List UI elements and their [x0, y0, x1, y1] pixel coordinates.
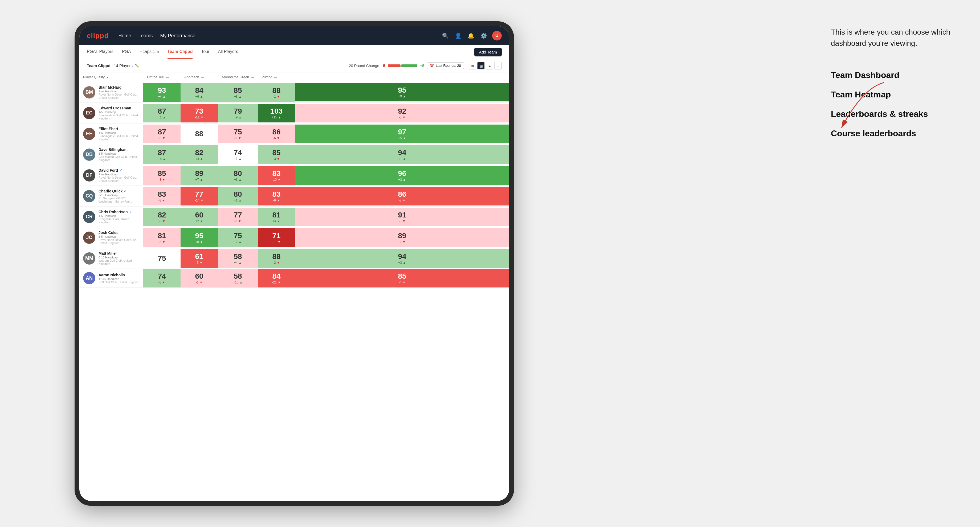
- score-box: 87 +4 ▲: [143, 145, 181, 164]
- score-delta: +9 ▲: [398, 94, 406, 98]
- player-club: Royal North Devon Golf Club, United King…: [99, 238, 140, 244]
- search-icon[interactable]: 🔍: [441, 32, 450, 40]
- score-box: 83 -6 ▼: [258, 187, 295, 205]
- user-icon[interactable]: 👤: [454, 32, 462, 40]
- table-row[interactable]: CQ Charlie Quick ✓ 6-10 Handicap St. Geo…: [80, 186, 509, 206]
- export-button[interactable]: ↓: [494, 62, 502, 70]
- table-container: Player Quality ▾ Off the Tee — Approach …: [80, 72, 509, 501]
- sort-arrow-around: —: [251, 76, 254, 79]
- score-box: 87 +1 ▲: [143, 104, 181, 122]
- table-row[interactable]: CR Chris Robertson ✓ 1-5 Handicap Craigm…: [80, 206, 509, 227]
- player-club: Craigmillar Park, United Kingdom: [99, 217, 140, 224]
- tablet-screen: clippd Home Teams My Performance 🔍 👤 🔔 ⚙…: [80, 26, 509, 501]
- subnav-teamclippd[interactable]: Team Clippd: [167, 45, 193, 59]
- view-icons: ⊞ ▦ ≡ ↓: [469, 62, 502, 70]
- score-number: 58: [234, 272, 242, 281]
- score-number: 89: [398, 232, 406, 240]
- score-number: 75: [234, 232, 242, 240]
- add-team-button[interactable]: Add Team: [474, 48, 502, 56]
- score-box: 83 -3 ▼: [143, 187, 181, 205]
- score-cell: 74 +1 ▲: [218, 144, 258, 165]
- verified-icon: ✓: [129, 210, 132, 214]
- tooltip-text: This is where you can choose which dashb…: [831, 27, 964, 49]
- player-club: Drift Golf Club, United Kingdom: [99, 281, 139, 284]
- sort-arrow-approach: —: [201, 76, 204, 79]
- player-handicap: 1-5 Handicap: [99, 235, 140, 238]
- player-cell: DF David Ford ✓ Plus Handicap Royal Nort…: [80, 165, 143, 186]
- dashboard-option: Team Dashboard: [831, 70, 964, 80]
- score-cell: 87 +1 ▲: [143, 103, 181, 124]
- score-box: 61 -3 ▼: [181, 249, 218, 268]
- table-row[interactable]: EE Elliot Ebert 1-5 Handicap Sunningdale…: [80, 124, 509, 144]
- subnav-hcaps[interactable]: Hcaps 1-5: [140, 45, 159, 59]
- player-name: Josh Coles: [99, 230, 140, 235]
- bell-icon[interactable]: 🔔: [466, 32, 475, 40]
- edit-icon[interactable]: ✏️: [135, 63, 139, 68]
- score-delta: +4 ▲: [234, 261, 242, 265]
- score-number: 86: [398, 190, 406, 198]
- score-cell: 77 -14 ▼: [181, 186, 218, 206]
- last-rounds-button[interactable]: 📅 Last Rounds: 20: [427, 62, 464, 69]
- score-delta: -3 ▼: [234, 136, 241, 140]
- score-number: 81: [158, 232, 166, 240]
- score-box: 93 +4 ▲: [143, 83, 181, 102]
- player-name: Chris Robertson ✓: [99, 210, 140, 214]
- table-row[interactable]: EC Edward Crossman 1-5 Handicap Sunningd…: [80, 103, 509, 124]
- avatar[interactable]: U: [492, 31, 502, 40]
- grid-view-button[interactable]: ⊞: [469, 62, 476, 70]
- subnav-pgat[interactable]: PGAT Players: [87, 45, 113, 59]
- heatmap-view-button[interactable]: ▦: [477, 62, 485, 70]
- calendar-icon: 📅: [430, 63, 434, 68]
- score-number: 83: [158, 190, 166, 198]
- sort-arrow-player: ▾: [107, 76, 108, 79]
- subnav-pga[interactable]: PGA: [122, 45, 131, 59]
- table-row[interactable]: DF David Ford ✓ Plus Handicap Royal Nort…: [80, 165, 509, 186]
- score-cell: 95 +8 ▲: [181, 227, 218, 248]
- subnav-allplayers[interactable]: All Players: [218, 45, 238, 59]
- verified-icon: ✓: [124, 189, 127, 193]
- score-cell: 79 +9 ▲: [218, 103, 258, 124]
- score-number: 94: [398, 252, 406, 261]
- nav-link-teams[interactable]: Teams: [139, 33, 153, 39]
- score-number: 84: [195, 86, 203, 95]
- settings-icon[interactable]: ⚙️: [479, 32, 488, 40]
- col-header-approach: Approach —: [181, 72, 218, 82]
- subnav-tour[interactable]: Tour: [201, 45, 209, 59]
- score-delta: +1 ▲: [234, 157, 242, 161]
- score-box: 75 +2 ▲: [218, 229, 258, 247]
- score-number: 83: [272, 190, 280, 198]
- score-number: 83: [272, 169, 280, 178]
- nav-link-myperformance[interactable]: My Performance: [160, 33, 196, 39]
- player-name: David Ford ✓: [99, 168, 140, 173]
- score-delta: -11 ▼: [272, 240, 281, 244]
- last-rounds-label: Last Rounds: 20: [436, 63, 461, 68]
- table-row[interactable]: DB Dave Billingham 1-5 Handicap Gog Mago…: [80, 144, 509, 165]
- score-delta: -6 ▼: [273, 198, 280, 202]
- score-number: 103: [270, 107, 283, 116]
- col-header-putting: Putting —: [258, 72, 295, 82]
- table-body: BM Blair McHarg Plus Handicap Royal Nort…: [80, 82, 509, 288]
- table-row[interactable]: MM Matt Miller 6-10 Handicap Woburn Golf…: [80, 248, 509, 269]
- score-number: 95: [398, 86, 406, 94]
- score-number: 87: [158, 149, 166, 157]
- player-name: Dave Billingham: [99, 148, 140, 152]
- table-row[interactable]: JC Josh Coles 1-5 Handicap Royal North D…: [80, 227, 509, 248]
- score-number: 85: [398, 272, 406, 281]
- avatar: EE: [83, 128, 95, 140]
- score-box: 94 +3 ▲: [295, 249, 509, 268]
- score-cell: 77 -3 ▼: [218, 206, 258, 227]
- score-number: 97: [398, 128, 406, 136]
- list-view-button[interactable]: ≡: [486, 62, 493, 70]
- table-row[interactable]: BM Blair McHarg Plus Handicap Royal Nort…: [80, 82, 509, 103]
- score-cell: 61 -3 ▼: [181, 248, 218, 269]
- nav-link-home[interactable]: Home: [119, 33, 131, 39]
- score-number: 92: [398, 107, 406, 116]
- player-club: Royal North Devon Golf Club, United King…: [99, 93, 140, 99]
- player-handicap: 1-5 Handicap: [99, 152, 140, 155]
- score-delta: -3 ▼: [273, 157, 280, 161]
- score-cell: 81 -3 ▼: [143, 227, 181, 248]
- score-cell: 85 -3 ▼: [258, 144, 295, 165]
- player-name: Blair McHarg: [99, 85, 140, 89]
- round-change-label: 20 Round Change: [349, 63, 379, 68]
- table-row[interactable]: AN Aaron Nicholls 11-15 Handicap Drift G…: [80, 269, 509, 288]
